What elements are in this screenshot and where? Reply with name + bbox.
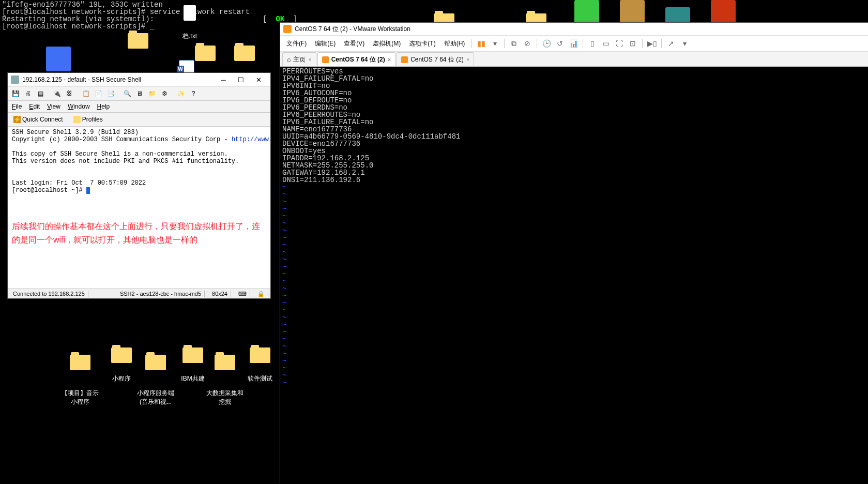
cursor: _ bbox=[86, 187, 90, 194]
desktop-icon-bg-1[interactable] bbox=[39, 47, 78, 73]
paste-icon[interactable]: 📄 bbox=[93, 88, 104, 99]
home-icon: ⌂ bbox=[287, 56, 291, 63]
term-text-2: This copy of SSH Secure Shell is a non-c… bbox=[12, 150, 239, 194]
tab-active-label: CentOS 7 64 位 (2) bbox=[331, 55, 385, 64]
copy-icon[interactable]: 📋 bbox=[80, 88, 92, 99]
unity-icon[interactable]: ▭ bbox=[600, 38, 612, 49]
desktop-icon-bg-4[interactable] bbox=[225, 41, 264, 72]
menu-edit[interactable]: Edit bbox=[29, 103, 40, 110]
file-transfer-icon[interactable]: 📁 bbox=[146, 88, 158, 99]
tab-inactive-label: CentOS 7 64 位 (2) bbox=[410, 55, 464, 64]
new-terminal-icon[interactable]: 🖥 bbox=[134, 88, 145, 99]
profiles-button[interactable]: Profiles bbox=[70, 115, 106, 124]
tab-vm-active[interactable]: CentOS 7 64 位 (2) × bbox=[317, 52, 395, 66]
desktop-icon-label: 小程序服务端 (音乐和视... bbox=[136, 389, 175, 406]
maximize-button[interactable]: ☐ bbox=[232, 74, 250, 85]
tab-close-icon[interactable]: × bbox=[466, 56, 469, 63]
disconnect-icon[interactable]: ⛓ bbox=[64, 88, 75, 99]
vm-icon bbox=[322, 56, 329, 63]
tab-close-icon[interactable]: × bbox=[388, 56, 391, 63]
quick-connect-button[interactable]: ⚡ Quick Connect bbox=[10, 115, 67, 124]
print-icon[interactable]: 🖨 bbox=[22, 88, 34, 99]
desktop-icon-folder-1[interactable]: 【项目】音乐 小程序 bbox=[61, 343, 99, 414]
save-icon[interactable]: 💾 bbox=[10, 88, 21, 99]
menu-edit[interactable]: 编辑(E) bbox=[312, 38, 339, 49]
menu-view[interactable]: 查看(V) bbox=[341, 38, 368, 49]
status-cipher: SSH2 - aes128-cbc - hmac-md5 bbox=[117, 291, 205, 297]
ssh-window: 192.168.2.125 - default - SSH Secure She… bbox=[7, 72, 271, 299]
help-icon[interactable]: ? bbox=[188, 88, 199, 99]
desktop-icon-folder-2[interactable]: 小程序 bbox=[102, 343, 141, 383]
fit-icon[interactable]: ⊡ bbox=[627, 38, 638, 49]
revert-icon[interactable]: ↺ bbox=[554, 38, 566, 49]
menu-file[interactable]: 文件(F) bbox=[283, 38, 310, 49]
console-icon[interactable]: ▶▯ bbox=[646, 38, 658, 49]
desktop-icon-label: 档.txt bbox=[171, 32, 209, 41]
annotation-text: 后续我们的操作基本都在这个上面进行，只要我们虚拟机打开了，连的是同一个wifi，… bbox=[12, 220, 266, 247]
manage-icon[interactable]: 📊 bbox=[568, 38, 579, 49]
fullscreen-icon[interactable]: ⛶ bbox=[614, 38, 625, 49]
vmware-menubar: 文件(F) 编辑(E) 查看(V) 虚拟机(M) 选项卡(T) 帮助(H) ▮▮… bbox=[280, 36, 868, 52]
ssh-menubar: File Edit View Window Help bbox=[8, 101, 270, 113]
vmware-window: CentOS 7 64 位 (2) - VMware Workstation 文… bbox=[280, 22, 868, 484]
clock-icon[interactable]: 🕒 bbox=[541, 38, 552, 49]
ssh-statusbar: Connected to 192.168.2.125 SSH2 - aes128… bbox=[8, 289, 270, 298]
status-caps-icon: ⌨ bbox=[235, 291, 250, 297]
menu-file[interactable]: File bbox=[12, 103, 22, 110]
settings-icon[interactable]: ⚙ bbox=[159, 88, 170, 99]
suspend-icon[interactable]: ⊘ bbox=[522, 38, 533, 49]
find-icon[interactable]: 🔍 bbox=[121, 88, 133, 99]
ssh-title-text: 192.168.2.125 - default - SSH Secure She… bbox=[22, 76, 141, 83]
dropdown2-icon[interactable]: ▾ bbox=[679, 38, 690, 49]
menu-tabs[interactable]: 选项卡(T) bbox=[406, 38, 438, 49]
wand-icon[interactable]: ✨ bbox=[175, 88, 187, 99]
vmware-console[interactable]: PEERROUTES=yes IPV4_FAILURE_FATAL=no IPV… bbox=[280, 67, 868, 484]
tab-vm-inactive[interactable]: CentOS 7 64 位 (2) × bbox=[397, 52, 474, 66]
doc-icon[interactable]: 📑 bbox=[105, 88, 116, 99]
thumb-view-icon[interactable]: ▯ bbox=[587, 38, 598, 49]
desktop-icon-txt[interactable]: 档.txt bbox=[171, 0, 209, 41]
tab-home-label: 主页 bbox=[293, 55, 306, 64]
sheet-icon[interactable]: ▤ bbox=[35, 88, 46, 99]
ssh-terminal[interactable]: SSH Secure Shell 3.2.9 (Build 283) Copyr… bbox=[8, 127, 270, 289]
term-link[interactable]: http://www.ssh.com/ bbox=[232, 136, 270, 143]
menu-vm[interactable]: 虚拟机(M) bbox=[370, 38, 404, 49]
quick-connect-label: Quick Connect bbox=[22, 116, 63, 123]
export-icon[interactable]: ↗ bbox=[665, 38, 677, 49]
vm-icon bbox=[401, 56, 408, 63]
desktop-icon-folder-3[interactable]: 小程序服务端 (音乐和视... bbox=[136, 343, 175, 414]
tab-close-icon[interactable]: × bbox=[308, 56, 311, 63]
ssh-quickbar: ⚡ Quick Connect Profiles bbox=[8, 113, 270, 127]
ssh-titlebar[interactable]: 192.168.2.125 - default - SSH Secure She… bbox=[8, 73, 270, 87]
desktop-icon-label: 大数据采集和 挖掘 bbox=[206, 389, 244, 406]
desktop-icon-folder-5[interactable]: 大数据采集和 挖掘 bbox=[206, 343, 244, 414]
close-button[interactable]: ✕ bbox=[250, 74, 267, 85]
term-text-1: SSH Secure Shell 3.2.9 (Build 283) Copyr… bbox=[12, 129, 232, 143]
status-size: 80x24 bbox=[209, 291, 231, 297]
dropdown-icon[interactable]: ▾ bbox=[489, 38, 500, 49]
desktop: 档.txt 爱思助手7.0 三国世界 pycharm6... - 快捷方式 Fl… bbox=[0, 0, 868, 484]
tab-home[interactable]: ⌂ 主页 × bbox=[282, 52, 316, 66]
vmware-title-text: CentOS 7 64 位 (2) - VMware Workstation bbox=[295, 25, 410, 34]
desktop-icon-bg-2[interactable] bbox=[119, 29, 157, 60]
status-num-icon: 🔒 bbox=[254, 291, 268, 297]
ssh-toolbar: 💾 🖨 ▤ 🔌 ⛓ 📋 📄 📑 🔍 🖥 📁 ⚙ ✨ ? bbox=[8, 87, 270, 101]
menu-help[interactable]: Help bbox=[97, 103, 110, 110]
menu-help[interactable]: 帮助(H) bbox=[441, 38, 468, 49]
ssh-app-icon bbox=[11, 75, 19, 84]
pause-button[interactable]: ▮▮ bbox=[476, 38, 487, 49]
vmware-tabstrip: ⌂ 主页 × CentOS 7 64 位 (2) × CentOS 7 64 位… bbox=[280, 52, 868, 67]
desktop-icon-label: 【项目】音乐 小程序 bbox=[61, 389, 99, 406]
vmware-titlebar[interactable]: CentOS 7 64 位 (2) - VMware Workstation bbox=[280, 23, 868, 36]
lightning-icon: ⚡ bbox=[13, 116, 21, 123]
desktop-icon-label: 小程序 bbox=[102, 374, 141, 383]
profiles-label: Profiles bbox=[82, 116, 103, 123]
status-connected: Connected to 192.168.2.125 bbox=[10, 291, 88, 297]
menu-view[interactable]: View bbox=[47, 103, 60, 110]
snapshot-icon[interactable]: ⧉ bbox=[508, 38, 520, 49]
menu-window[interactable]: Window bbox=[68, 103, 90, 110]
connect-icon[interactable]: 🔌 bbox=[51, 88, 63, 99]
vmware-app-icon bbox=[283, 25, 292, 33]
folder-icon bbox=[73, 116, 81, 123]
minimize-button[interactable]: ─ bbox=[215, 74, 232, 85]
